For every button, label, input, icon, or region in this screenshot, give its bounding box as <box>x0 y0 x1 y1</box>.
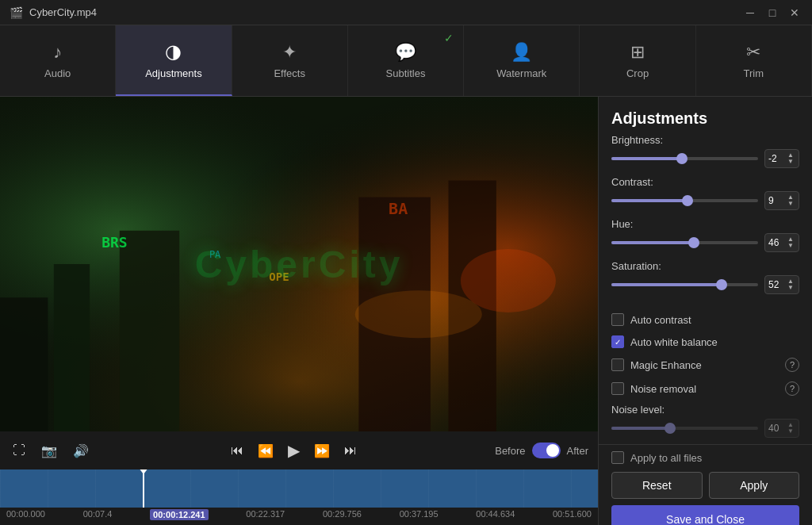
tab-crop[interactable]: ⊞ Crop <box>580 25 695 96</box>
magic-enhance-label: Magic Enhance <box>630 359 702 371</box>
tab-effects-label: Effects <box>274 67 305 79</box>
auto-white-balance-row[interactable]: ✓ Auto white balance <box>599 331 812 353</box>
skip-start-button[interactable]: ⏮ <box>228 440 247 461</box>
saturation-control: 52 ▲ ▼ <box>611 275 799 294</box>
auto-white-balance-check-icon: ✓ <box>615 338 621 347</box>
timeline: 00:00.000 00:07.4 00:00:12.241 00:22.317… <box>0 469 598 525</box>
noise-removal-label: Noise removal <box>630 383 696 395</box>
svg-rect-5 <box>0 297 48 431</box>
tab-adjustments[interactable]: ◑ Adjustments <box>116 25 232 96</box>
saturation-number: 52 <box>768 279 779 290</box>
volume-button[interactable]: 🔊 <box>70 440 92 462</box>
svg-point-14 <box>355 290 482 338</box>
noise-level-down: ▼ <box>786 428 795 435</box>
saturation-fill <box>611 283 722 286</box>
noise-removal-row[interactable]: Noise removal ? <box>599 377 812 400</box>
tab-effects[interactable]: ✦ Effects <box>232 25 348 96</box>
contrast-control: 9 ▲ ▼ <box>611 191 799 210</box>
apply-to-all-checkbox[interactable] <box>611 451 624 464</box>
contrast-thumb[interactable] <box>682 195 693 206</box>
tab-watermark[interactable]: 👤 Watermark <box>464 25 580 96</box>
brightness-row: Brightness: -2 ▲ ▼ <box>611 134 799 168</box>
timeline-labels: 00:00.000 00:07.4 00:00:12.241 00:22.317… <box>0 508 598 522</box>
hue-label: Hue: <box>611 218 799 230</box>
magic-enhance-checkbox[interactable] <box>611 358 624 371</box>
video-player[interactable]: BRS OPE BA PA <box>0 97 598 431</box>
saturation-thumb[interactable] <box>716 279 727 290</box>
save-close-button[interactable]: Save and Close <box>611 505 799 525</box>
video-area: BRS OPE BA PA ⛶ 📷 🔊 <box>0 97 598 525</box>
play-button[interactable]: ▶ <box>285 438 303 463</box>
auto-contrast-row[interactable]: Auto contrast <box>599 308 812 331</box>
minimize-button[interactable]: ─ <box>742 5 758 21</box>
noise-level-control: 40 ▲ ▼ <box>611 419 799 438</box>
panel-title: Adjustments <box>599 97 812 134</box>
skip-end-button[interactable]: ⏭ <box>341 440 360 461</box>
noise-removal-info-icon[interactable]: ? <box>785 381 799 396</box>
hue-number: 46 <box>768 237 779 248</box>
saturation-down[interactable]: ▼ <box>786 285 795 291</box>
effects-icon: ✦ <box>282 42 297 63</box>
panel-bottom: Apply to all files Reset Apply Save and … <box>599 444 812 525</box>
tab-adjustments-label: Adjustments <box>145 67 202 79</box>
brightness-down[interactable]: ▼ <box>786 159 795 165</box>
crop-icon: ⊞ <box>630 42 645 63</box>
time-label-5: 00:37.195 <box>400 509 439 520</box>
contrast-down[interactable]: ▼ <box>786 201 795 207</box>
play-icon: ▶ <box>288 441 300 460</box>
tab-trim-label: Trim <box>744 67 764 79</box>
tab-subtitles-label: Subtitles <box>386 67 426 79</box>
time-label-1: 00:07.4 <box>83 509 113 520</box>
fullscreen-button[interactable]: ⛶ <box>10 440 29 461</box>
magic-enhance-info-icon[interactable]: ? <box>785 358 799 372</box>
screenshot-button[interactable]: 📷 <box>38 440 60 462</box>
noise-level-fill <box>611 427 670 430</box>
after-label: After <box>567 445 588 457</box>
brightness-spinner[interactable]: ▲ ▼ <box>786 152 795 165</box>
before-after-switch[interactable] <box>532 443 561 458</box>
apply-button[interactable]: Apply <box>709 472 800 499</box>
step-forward-button[interactable]: ⏩ <box>311 440 333 462</box>
watermark-icon: 👤 <box>511 42 532 63</box>
hue-fill <box>611 241 694 244</box>
svg-text:OPE: OPE <box>269 270 289 283</box>
saturation-spinner[interactable]: ▲ ▼ <box>786 278 795 291</box>
time-label-4: 00:29.756 <box>323 509 362 520</box>
svg-text:PA: PA <box>209 249 221 260</box>
subtitles-icon: 💬 <box>395 42 416 63</box>
magic-enhance-row[interactable]: Magic Enhance ? <box>599 353 812 377</box>
noise-removal-checkbox[interactable] <box>611 382 624 395</box>
brightness-thumb[interactable] <box>676 153 688 164</box>
hue-thumb[interactable] <box>688 237 699 248</box>
trim-icon: ✂ <box>746 42 760 63</box>
step-back-button[interactable]: ⏪ <box>255 440 277 462</box>
timeline-track[interactable] <box>0 469 598 508</box>
hue-down[interactable]: ▼ <box>786 243 795 249</box>
tab-trim[interactable]: ✂ Trim <box>696 25 812 96</box>
controls-bar: ⛶ 📷 🔊 ⏮ ⏪ ▶ ⏩ <box>0 431 598 469</box>
brightness-track[interactable] <box>611 157 758 160</box>
brightness-control: -2 ▲ ▼ <box>611 149 799 168</box>
saturation-track[interactable] <box>611 283 758 286</box>
reset-button[interactable]: Reset <box>611 472 703 499</box>
contrast-track[interactable] <box>611 199 758 202</box>
auto-contrast-checkbox[interactable] <box>611 313 624 326</box>
noise-level-spinner: ▲ ▼ <box>786 422 795 435</box>
close-button[interactable]: ✕ <box>787 5 802 21</box>
apply-to-all-row[interactable]: Apply to all files <box>611 451 799 464</box>
tab-audio-label: Audio <box>44 67 71 79</box>
saturation-label: Saturation: <box>611 260 799 272</box>
contrast-spinner[interactable]: ▲ ▼ <box>786 194 795 207</box>
audio-icon: ♪ <box>53 42 62 63</box>
noise-level-number: 40 <box>768 423 779 434</box>
brightness-number: -2 <box>768 153 777 164</box>
maximize-button[interactable]: □ <box>764 5 780 21</box>
tab-watermark-label: Watermark <box>496 67 546 79</box>
noise-level-section: Noise level: 40 ▲ ▼ <box>599 400 812 444</box>
auto-white-balance-checkbox[interactable]: ✓ <box>611 335 624 348</box>
time-label-3: 00:22.317 <box>246 509 285 520</box>
hue-track[interactable] <box>611 241 758 244</box>
hue-spinner[interactable]: ▲ ▼ <box>786 236 795 249</box>
tab-audio[interactable]: ♪ Audio <box>0 25 116 96</box>
tab-subtitles[interactable]: ✓ 💬 Subtitles <box>348 25 464 96</box>
